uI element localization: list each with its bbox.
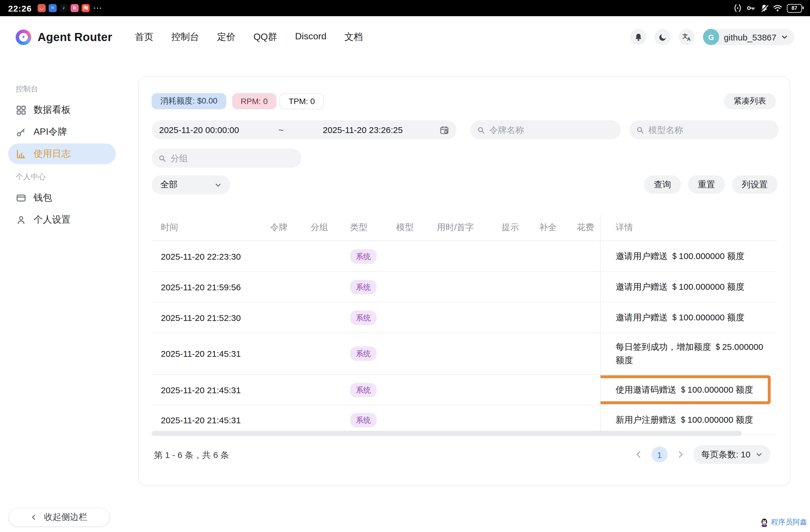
type-badge-system: 系统: [350, 413, 377, 427]
col-detail: 详情: [600, 215, 777, 240]
group-input[interactable]: [171, 153, 294, 163]
bell-icon: [634, 33, 643, 41]
log-time: 2025-11-20 21:45:31: [151, 349, 270, 359]
token-name-search[interactable]: [470, 120, 621, 139]
type-badge-system: 系统: [350, 280, 377, 294]
nav-pricing[interactable]: 定价: [217, 31, 236, 43]
dashboard-icon: [16, 105, 26, 115]
sidebar-item-wallet[interactable]: 钱包: [8, 187, 116, 208]
watermark: 程序员阿鑫: [759, 518, 807, 527]
clock: 22:26: [8, 3, 32, 13]
chevron-down-icon: [781, 34, 788, 40]
type-badge-system: 系统: [350, 346, 377, 361]
table-row-highlighted: 2025-11-20 21:45:31 系统 使用邀请码赠送 ＄100.0000…: [151, 375, 777, 405]
col-model: 模型: [396, 222, 437, 233]
sidebar-item-label: API令牌: [34, 126, 67, 138]
type-filter-select[interactable]: 全部: [151, 175, 230, 194]
battery-indicator: 87: [787, 4, 802, 13]
table-row: 2025-11-20 21:45:31 系统 每日签到成功，增加额度 ＄25.0…: [151, 333, 777, 375]
group-search[interactable]: [151, 149, 302, 168]
collapse-sidebar-label: 收起侧边栏: [44, 512, 87, 523]
log-time: 2025-11-20 21:45:31: [151, 385, 270, 395]
watermark-text: 程序员阿鑫: [771, 518, 807, 527]
chevron-down-icon: [215, 181, 222, 188]
quota-badge: 消耗额度: $0.00: [151, 93, 226, 109]
search-icon: [477, 126, 485, 134]
huawei-app-icon: ◡: [37, 4, 46, 12]
nfc-icon: [734, 4, 742, 12]
date-range-separator: ~: [276, 125, 286, 135]
col-prompt: 提示: [502, 222, 539, 233]
sidebar-section-personal: 个人中心: [8, 172, 116, 182]
table-row: 2025-11-20 21:45:31 系统 新用户注册赠送 ＄100.0000…: [151, 405, 777, 435]
search-icon: [159, 154, 166, 162]
language-button[interactable]: 文 A: [679, 29, 695, 45]
column-settings-button[interactable]: 列设置: [732, 175, 778, 194]
log-detail: 新用户注册赠送 ＄100.000000 额度: [600, 405, 777, 434]
taobao-app-icon: 淘: [82, 4, 90, 12]
tiktok-app-icon: ♪: [60, 4, 68, 12]
log-detail: 邀请用户赠送 ＄100.000000 额度: [600, 302, 777, 333]
page-size-value: 每页条数: 10: [701, 449, 750, 460]
wifi-icon: [773, 4, 782, 12]
token-name-input[interactable]: [489, 125, 614, 135]
date-range-input[interactable]: 2025-11-20 00:00:00 ~ 2025-11-20 23:26:2…: [151, 120, 456, 139]
reset-button[interactable]: 重置: [688, 175, 725, 194]
next-page-button[interactable]: [676, 450, 684, 459]
nav-qq-group[interactable]: QQ群: [254, 31, 277, 43]
table-header-row: 时间 令牌 分组 类型 模型 用时/首字 提示 补全 花费 详情: [151, 215, 777, 241]
main-nav: 首页 控制台 定价 QQ群 Discord 文档: [135, 31, 363, 43]
page-size-select[interactable]: 每页条数: 10: [693, 445, 771, 464]
col-group: 分组: [311, 222, 350, 233]
col-completion: 补全: [539, 222, 577, 233]
wallet-icon: [16, 193, 26, 203]
user-name: github_53867: [724, 32, 776, 42]
calendar-icon[interactable]: [440, 125, 449, 134]
app-header: ✦ Agent Router 首页 控制台 定价 QQ群 Discord 文档: [0, 16, 810, 58]
col-token: 令牌: [270, 222, 311, 233]
sidebar-item-dashboard[interactable]: 数据看板: [8, 99, 116, 120]
sidebar-item-usage-logs[interactable]: 使用日志: [8, 144, 116, 164]
pagination: 1 每页条数: 10: [635, 445, 771, 464]
model-name-search[interactable]: [630, 120, 779, 139]
sidebar-item-api-tokens[interactable]: API令牌: [8, 121, 116, 142]
col-type: 类型: [350, 222, 396, 233]
status-bar: 22:26 ◡ ≡ ♪ b 淘 ···: [0, 0, 810, 16]
horizontal-scrollbar[interactable]: [151, 431, 742, 436]
page-number-button[interactable]: 1: [651, 446, 668, 463]
brand-name: Agent Router: [37, 30, 112, 44]
table-row: 2025-11-20 21:59:56 系统 邀请用户赠送 ＄100.00000…: [151, 272, 777, 302]
dark-mode-button[interactable]: [654, 29, 670, 45]
nav-docs[interactable]: 文档: [344, 31, 363, 43]
nav-discord[interactable]: Discord: [295, 31, 326, 43]
nav-home[interactable]: 首页: [135, 31, 153, 43]
sidebar: 控制台 数据看板 API令牌 使用: [8, 76, 116, 231]
type-badge-system: 系统: [350, 310, 377, 325]
type-badge-system: 系统: [350, 383, 377, 397]
type-filter-value: 全部: [160, 179, 178, 190]
sidebar-item-label: 使用日志: [34, 148, 70, 160]
model-name-input[interactable]: [649, 125, 772, 135]
collapse-sidebar-button[interactable]: 收起侧边栏: [8, 508, 110, 527]
prev-page-button[interactable]: [635, 450, 643, 459]
tpm-badge: TPM: 0: [279, 93, 324, 109]
chevron-left-icon: [31, 514, 37, 520]
pagination-summary: 第 1 - 6 条，共 6 条: [154, 450, 229, 461]
filter-actions: 查询 重置 列设置: [644, 175, 778, 194]
sidebar-item-label: 数据看板: [34, 104, 70, 116]
log-time: 2025-11-20 21:59:56: [151, 282, 270, 292]
user-menu[interactable]: G github_53867: [703, 29, 794, 45]
query-button[interactable]: 查询: [644, 175, 681, 194]
usage-log-panel: 消耗额度: $0.00 RPM: 0 TPM: 0 紧凑列表 2025-11-2…: [138, 76, 790, 486]
notifications-button[interactable]: [630, 29, 646, 45]
date-end-value: 2025-11-20 23:26:25: [323, 125, 403, 135]
sidebar-item-label: 个人设置: [34, 214, 70, 226]
nav-console[interactable]: 控制台: [171, 31, 199, 43]
compact-list-toggle[interactable]: 紧凑列表: [724, 93, 776, 109]
table-row: 2025-11-20 21:52:30 系统 邀请用户赠送 ＄100.00000…: [151, 302, 777, 333]
bilibili-app-icon: b: [70, 4, 79, 12]
table-row: 2025-11-20 22:23:30 系统 邀请用户赠送 ＄100.00000…: [151, 241, 777, 272]
log-detail: 使用邀请码赠送 ＄100.000000 额度: [600, 375, 777, 405]
sidebar-item-label: 钱包: [34, 192, 52, 204]
sidebar-item-settings[interactable]: 个人设置: [8, 209, 116, 230]
